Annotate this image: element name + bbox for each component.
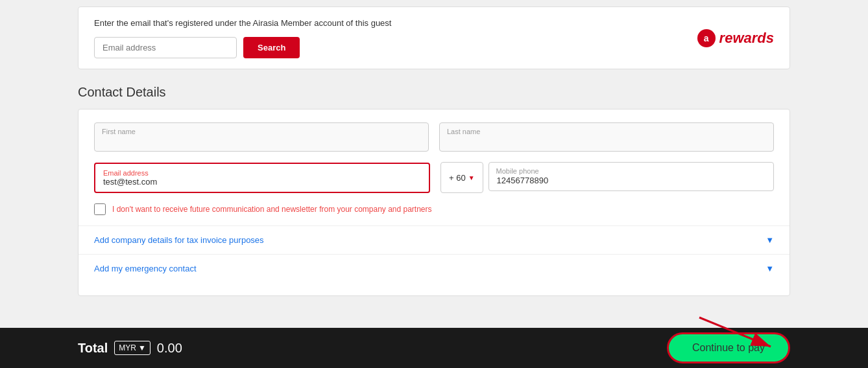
newsletter-checkbox[interactable] xyxy=(94,203,106,215)
country-code-select: + 60 ▼ xyxy=(440,162,483,193)
search-button[interactable]: Search xyxy=(243,37,300,58)
rewards-email-input[interactable] xyxy=(94,37,237,58)
rewards-input-row: Search xyxy=(94,37,697,58)
newsletter-label: I don't want to receive future communica… xyxy=(112,205,432,214)
currency-arrow: ▼ xyxy=(138,343,146,352)
company-details-accordion[interactable]: Add company details for tax invoice purp… xyxy=(94,226,774,254)
emergency-contact-accordion[interactable]: Add my emergency contact ▼ xyxy=(94,255,774,282)
rewards-logo: a rewards xyxy=(697,29,774,47)
country-code-value: + 60 xyxy=(449,173,466,183)
emergency-contact-arrow: ▼ xyxy=(766,264,774,273)
phone-wrapper: + 60 ▼ Mobile phone xyxy=(440,162,774,193)
company-details-label: Add company details for tax invoice purp… xyxy=(94,235,264,245)
rewards-left: Enter the email that's registered under … xyxy=(94,17,697,58)
rewards-logo-text: rewards xyxy=(719,30,774,47)
country-code-button[interactable]: + 60 ▼ xyxy=(440,162,483,193)
footer-bar: Total MYR ▼ 0.00 Continue to pay xyxy=(0,328,868,368)
continue-to-pay-button[interactable]: Continue to pay xyxy=(667,332,790,363)
newsletter-checkbox-row: I don't want to receive future communica… xyxy=(94,203,774,215)
contact-card: First name Last name Email address xyxy=(78,109,790,296)
email-input[interactable] xyxy=(95,164,429,192)
rewards-card: Enter the email that's registered under … xyxy=(78,6,790,69)
last-name-field: Last name xyxy=(439,122,774,152)
emergency-contact-label: Add my emergency contact xyxy=(94,264,197,273)
first-name-field: First name xyxy=(94,122,429,152)
country-code-arrow: ▼ xyxy=(468,174,475,181)
currency-value: MYR xyxy=(119,343,136,352)
phone-field: Mobile phone xyxy=(488,162,774,193)
currency-selector[interactable]: MYR ▼ xyxy=(114,341,151,355)
rewards-description: Enter the email that's registered under … xyxy=(94,17,697,29)
total-section: Total MYR ▼ 0.00 xyxy=(78,341,182,356)
name-row: First name Last name xyxy=(94,122,774,152)
mobile-input[interactable] xyxy=(488,162,774,191)
rewards-logo-icon: a xyxy=(697,29,716,47)
total-label: Total xyxy=(78,341,108,356)
email-field-wrapper: Email address xyxy=(94,163,430,193)
company-details-arrow: ▼ xyxy=(766,235,774,245)
last-name-input[interactable] xyxy=(439,122,774,152)
first-name-input[interactable] xyxy=(94,122,429,152)
total-amount: 0.00 xyxy=(157,341,182,356)
section-title: Contact Details xyxy=(78,85,790,100)
contact-row: Email address + 60 ▼ Mobile phone xyxy=(94,162,774,193)
